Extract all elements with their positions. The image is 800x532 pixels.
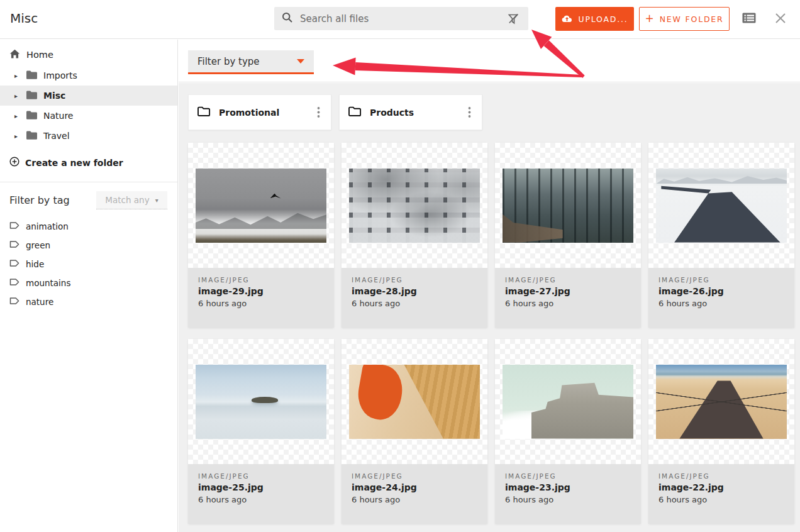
file-modified-time: 6 hours ago xyxy=(352,299,477,308)
file-thumbnail-image xyxy=(656,169,787,243)
tag-label: animation xyxy=(26,221,69,231)
match-any-dropdown[interactable]: Match any ▾ xyxy=(96,191,167,209)
tag-icon xyxy=(9,221,19,231)
file-mime-type: IMAGE/JPEG xyxy=(198,276,324,284)
file-thumbnail-image xyxy=(656,365,787,439)
chevron-down-icon: ▾ xyxy=(155,197,158,204)
file-card[interactable]: IMAGE/JPEG image-29.jpg 6 hours ago xyxy=(188,143,334,328)
chevron-right-icon[interactable]: ▸ xyxy=(14,133,20,140)
folder-card[interactable]: Products xyxy=(339,94,482,130)
file-name: image-22.jpg xyxy=(658,482,784,492)
file-card[interactable]: IMAGE/JPEG image-25.jpg 6 hours ago xyxy=(188,339,334,524)
file-browser-content: Promotional Products xyxy=(179,83,800,532)
file-thumbnail-image xyxy=(349,365,480,439)
file-name: image-23.jpg xyxy=(505,482,631,492)
folder-menu-button[interactable] xyxy=(314,104,323,121)
tag-item[interactable]: hide xyxy=(0,255,177,274)
chevron-right-icon[interactable]: ▸ xyxy=(14,92,20,99)
tag-icon xyxy=(9,297,19,307)
sidebar-divider xyxy=(0,182,177,182)
tag-label: green xyxy=(26,240,50,250)
chevron-down-icon xyxy=(297,59,304,64)
sidebar-folder-item[interactable]: ▸ Travel xyxy=(0,126,177,146)
file-name: image-28.jpg xyxy=(352,286,477,296)
search-input[interactable] xyxy=(299,13,506,25)
cloud-upload-icon xyxy=(561,14,573,25)
sidebar-folder-item[interactable]: ▸ Misc xyxy=(0,86,177,106)
file-card[interactable]: IMAGE/JPEG image-28.jpg 6 hours ago xyxy=(342,143,487,328)
sidebar-folder-item[interactable]: ▸ Imports xyxy=(0,65,177,86)
close-icon xyxy=(774,18,787,27)
sidebar-folder-label: Travel xyxy=(43,131,70,141)
file-modified-time: 6 hours ago xyxy=(198,495,324,504)
filter-bar: Filter by type xyxy=(179,40,800,82)
tag-icon xyxy=(9,240,19,250)
file-thumbnail-image xyxy=(349,169,480,243)
file-modified-time: 6 hours ago xyxy=(658,495,784,504)
file-thumbnail-area xyxy=(648,143,794,268)
search-icon xyxy=(282,12,293,26)
file-mime-type: IMAGE/JPEG xyxy=(505,472,631,480)
tag-item[interactable]: mountains xyxy=(0,274,177,292)
clear-filter-icon[interactable] xyxy=(506,11,521,26)
sidebar: Home ▸ Imports ▸ Misc ▸ xyxy=(0,40,178,532)
file-card[interactable]: IMAGE/JPEG image-24.jpg 6 hours ago xyxy=(342,339,487,524)
folder-card-name: Products xyxy=(370,108,414,118)
file-name: image-29.jpg xyxy=(198,286,324,296)
file-modified-time: 6 hours ago xyxy=(198,299,324,308)
file-mime-type: IMAGE/JPEG xyxy=(505,276,631,284)
plus-icon: + xyxy=(645,13,653,24)
sidebar-folder-label: Nature xyxy=(43,111,73,121)
tag-item[interactable]: animation xyxy=(0,217,177,236)
file-card[interactable]: IMAGE/JPEG image-23.jpg 6 hours ago xyxy=(495,339,641,524)
file-card[interactable]: IMAGE/JPEG image-22.jpg 6 hours ago xyxy=(648,339,794,524)
file-mime-type: IMAGE/JPEG xyxy=(352,472,477,480)
file-meta: IMAGE/JPEG image-27.jpg 6 hours ago xyxy=(495,268,641,328)
file-mime-type: IMAGE/JPEG xyxy=(658,276,784,284)
list-view-toggle-button[interactable] xyxy=(742,11,757,26)
filter-by-tag-heading: Filter by tag xyxy=(9,194,70,206)
folder-icon xyxy=(26,130,38,141)
file-meta: IMAGE/JPEG image-23.jpg 6 hours ago xyxy=(495,464,641,524)
chevron-right-icon[interactable]: ▸ xyxy=(14,113,20,119)
tag-label: nature xyxy=(26,297,53,307)
folder-card-name: Promotional xyxy=(219,108,279,118)
folder-icon xyxy=(26,70,38,81)
folder-cards-row: Promotional Products xyxy=(188,94,482,130)
tag-item[interactable]: green xyxy=(0,236,177,255)
folder-outline-icon xyxy=(197,106,211,119)
upload-button[interactable]: UPLOAD... xyxy=(555,7,634,31)
filter-by-type-dropdown[interactable]: Filter by type xyxy=(188,50,314,74)
folder-icon xyxy=(26,90,38,101)
create-folder-button[interactable]: Create a new folder xyxy=(9,157,177,169)
sidebar-item-home[interactable]: Home xyxy=(9,49,177,60)
file-thumbnail-image xyxy=(503,169,633,243)
close-button[interactable] xyxy=(774,11,787,27)
folder-outline-icon xyxy=(348,106,362,119)
file-name: image-27.jpg xyxy=(505,286,631,296)
new-folder-button[interactable]: + NEW FOLDER xyxy=(639,7,730,31)
tag-filter-header: Filter by tag Match any ▾ xyxy=(9,191,167,209)
list-view-icon xyxy=(742,17,757,26)
folder-menu-button[interactable] xyxy=(465,104,474,121)
file-mime-type: IMAGE/JPEG xyxy=(352,276,477,284)
folder-tree: ▸ Imports ▸ Misc ▸ Nature xyxy=(0,65,177,146)
file-card[interactable]: IMAGE/JPEG image-27.jpg 6 hours ago xyxy=(495,143,641,328)
chevron-right-icon[interactable]: ▸ xyxy=(14,72,20,79)
file-thumbnail-image xyxy=(196,365,326,439)
file-mime-type: IMAGE/JPEG xyxy=(658,472,784,480)
file-thumbnail-area xyxy=(495,143,641,268)
file-thumbnail-area xyxy=(188,339,334,464)
sidebar-folder-item[interactable]: ▸ Nature xyxy=(0,106,177,126)
folder-card[interactable]: Promotional xyxy=(188,94,331,130)
file-modified-time: 6 hours ago xyxy=(505,495,631,504)
file-modified-time: 6 hours ago xyxy=(505,299,631,308)
tag-label: mountains xyxy=(26,278,70,288)
file-meta: IMAGE/JPEG image-25.jpg 6 hours ago xyxy=(188,464,334,524)
file-modified-time: 6 hours ago xyxy=(658,299,784,308)
tag-item[interactable]: nature xyxy=(0,292,177,311)
sidebar-folder-label: Imports xyxy=(43,70,77,80)
search-bar[interactable] xyxy=(274,7,528,30)
file-name: image-25.jpg xyxy=(198,482,324,492)
file-card[interactable]: IMAGE/JPEG image-26.jpg 6 hours ago xyxy=(648,143,794,328)
